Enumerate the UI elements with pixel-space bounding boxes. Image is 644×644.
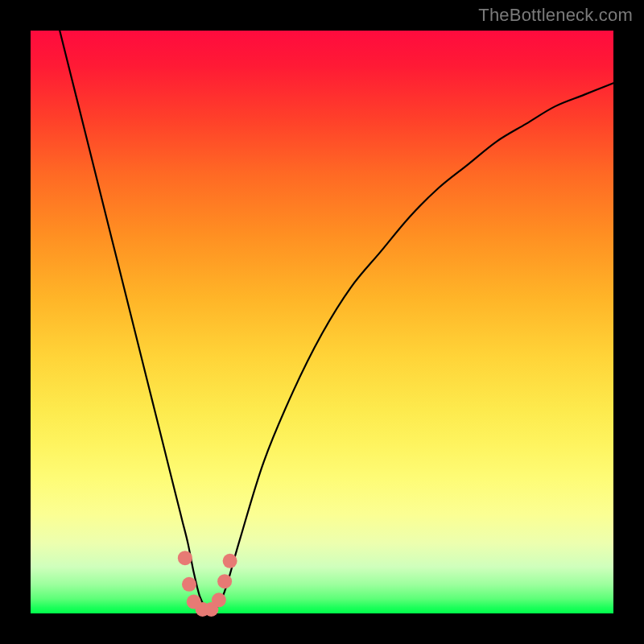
bottleneck-curve [60, 31, 613, 613]
valley-marker [217, 574, 232, 588]
valley-marker [178, 551, 192, 565]
plot-area [31, 31, 613, 613]
valley-marker [212, 592, 226, 607]
valley-markers [178, 551, 237, 617]
watermark-text: TheBottleneck.com [478, 5, 633, 26]
chart-frame: TheBottleneck.com [0, 0, 644, 644]
chart-svg [31, 31, 613, 613]
valley-marker [182, 577, 196, 592]
valley-marker [223, 554, 237, 568]
